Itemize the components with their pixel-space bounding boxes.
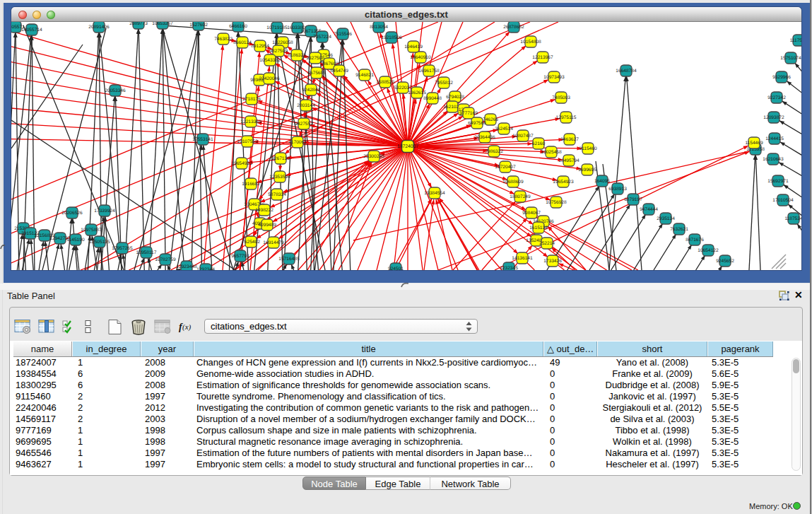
svg-text:13226058: 13226058 [272,40,293,45]
svg-text:19654933: 19654933 [231,161,252,166]
svg-text:16648784: 16648784 [616,69,637,74]
svg-text:1527602: 1527602 [189,23,208,28]
svg-text:9657791: 9657791 [231,254,249,259]
svg-text:12213369: 12213369 [240,119,261,124]
svg-text:164095: 164095 [594,179,610,184]
svg-text:20364436: 20364436 [474,135,495,140]
svg-text:15751074: 15751074 [780,56,801,61]
svg-text:3624514: 3624514 [495,127,513,132]
svg-text:26878682: 26878682 [503,25,524,30]
svg-text:10154808: 10154808 [520,40,541,45]
svg-text:8471676: 8471676 [686,238,704,243]
svg-text:6497568: 6497568 [468,121,486,126]
svg-text:9084067: 9084067 [522,211,541,216]
svg-text:6938913: 6938913 [608,187,627,192]
svg-text:10025458: 10025458 [541,150,562,155]
svg-text:10807487: 10807487 [512,134,534,139]
svg-text:10973493: 10973493 [543,75,565,80]
svg-text:8813054: 8813054 [370,25,388,30]
svg-text:14136141: 14136141 [512,256,533,261]
svg-text:17553141: 17553141 [192,137,213,142]
svg-text:12213967: 12213967 [532,55,553,60]
svg-text:9245652: 9245652 [716,259,734,264]
svg-text:16914479: 16914479 [263,240,284,245]
svg-text:9827509: 9827509 [269,49,288,54]
svg-text:22420046: 22420046 [259,76,280,81]
svg-text:6466160: 6466160 [229,24,247,29]
svg-text:10543382: 10543382 [259,58,281,63]
svg-text:20891406: 20891406 [88,25,110,30]
svg-text:1292344: 1292344 [196,267,215,270]
svg-text:9227342: 9227342 [767,95,786,100]
svg-text:25300235: 25300235 [363,154,384,159]
svg-text:8454749: 8454749 [330,69,348,74]
svg-text:7986322: 7986322 [485,149,503,154]
svg-text:9777169: 9777169 [459,111,478,116]
svg-text:7955812: 7955812 [435,81,453,86]
svg-text:2718176: 2718176 [242,97,261,102]
svg-text:18495794: 18495794 [558,158,579,163]
svg-text:62160: 62160 [532,141,546,146]
svg-text:9474444: 9474444 [640,207,658,212]
svg-text:10653267: 10653267 [152,22,173,26]
svg-text:1117534: 1117534 [790,38,801,43]
svg-text:9427552: 9427552 [295,122,313,127]
svg-text:252214: 252214 [539,241,555,246]
svg-text:1244415: 1244415 [765,136,784,141]
svg-text:6879197: 6879197 [624,197,642,202]
svg-text:9699695: 9699695 [578,168,596,173]
svg-text:(x): (x) [182,322,192,332]
svg-text:8675685: 8675685 [307,71,326,76]
svg-text:15692971: 15692971 [767,179,789,184]
svg-text:8912954: 8912954 [251,44,269,49]
svg-text:19384554: 19384554 [424,191,445,196]
svg-text:5878334: 5878334 [268,192,286,197]
svg-text:1046419: 1046419 [404,45,423,49]
svg-text:17010504: 17010504 [772,198,794,203]
svg-text:1588520: 1588520 [376,80,394,85]
svg-text:2803144: 2803144 [297,103,315,108]
svg-text:12975115: 12975115 [556,115,577,120]
svg-text:14055714: 14055714 [21,28,42,33]
svg-text:7485003: 7485003 [552,95,570,100]
svg-text:5322037: 5322037 [394,86,412,90]
svg-text:1145190: 1145190 [66,238,85,243]
svg-text:10107553: 10107553 [237,139,258,144]
svg-text:7515546: 7515546 [334,32,352,37]
svg-text:1733426: 1733426 [543,259,562,264]
svg-text:19654923: 19654923 [553,180,574,185]
svg-text:9242848: 9242848 [302,88,320,93]
svg-text:12353594: 12353594 [269,175,290,180]
svg-text:15720407: 15720407 [495,165,516,170]
svg-text:1154469: 1154469 [745,141,763,146]
svg-text:17339924: 17339924 [94,209,115,214]
svg-text:16961758: 16961758 [418,69,440,74]
svg-text:12505135: 12505135 [89,240,110,245]
svg-text:16210643: 16210643 [763,157,784,162]
svg-text:8660124: 8660124 [233,40,252,45]
svg-text:20206526: 20206526 [61,211,83,216]
svg-text:1498222: 1498222 [255,208,273,213]
svg-text:12093872: 12093872 [763,115,784,120]
svg-text:9146821: 9146821 [355,73,374,78]
svg-text:1916682: 1916682 [242,182,260,187]
svg-text:10654122: 10654122 [698,248,719,253]
svg-text:9329966: 9329966 [772,75,791,80]
svg-text:2935134: 2935134 [657,216,675,221]
svg-text:9463627: 9463627 [560,137,579,142]
svg-text:6794028: 6794028 [446,95,464,100]
svg-text:18807249: 18807249 [510,194,531,199]
svg-text:10688609: 10688609 [502,180,524,185]
svg-text:924501: 924501 [388,267,404,270]
svg-text:4099489: 4099489 [258,223,276,228]
svg-text:1187534: 1187534 [784,216,801,221]
svg-text:17957265: 17957265 [112,246,133,251]
svg-text:7632621: 7632621 [670,227,688,232]
svg-text:19218506: 19218506 [381,35,402,40]
svg-text:4170061: 4170061 [288,140,307,145]
svg-text:8186328: 8186328 [288,53,306,58]
svg-text:12923448: 12923448 [176,264,197,269]
svg-text:9115460: 9115460 [579,146,597,151]
svg-text:1362615: 1362615 [408,90,426,95]
svg-text:15716485: 15716485 [278,257,300,262]
